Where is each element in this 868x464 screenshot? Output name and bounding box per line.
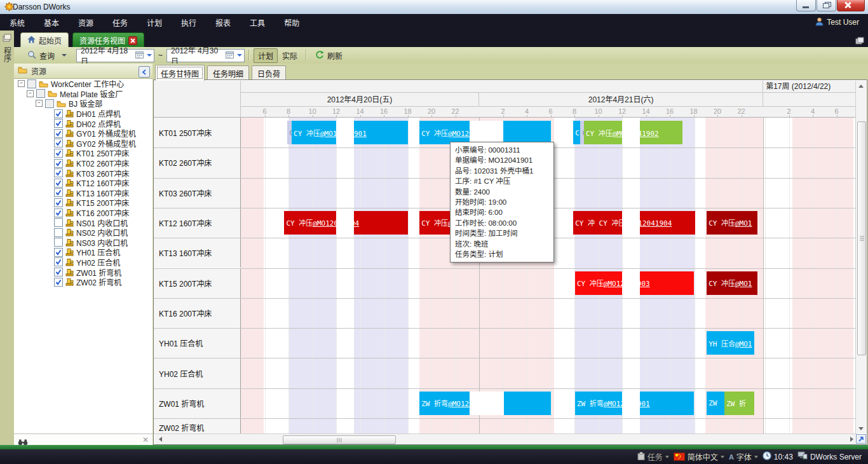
plan-toggle-button[interactable]: 计划	[254, 48, 278, 63]
date-to-caret-icon[interactable]	[237, 54, 242, 57]
tree-item[interactable]: NS03 内收口机	[14, 238, 153, 248]
tree-item[interactable]: YH02 压合机	[14, 257, 153, 268]
tree-item[interactable]: KT03 260T冲床	[14, 168, 153, 178]
tree-checkbox[interactable]	[54, 218, 63, 227]
tree-item[interactable]: KT13 160T冲床	[14, 188, 153, 198]
gantt-task-bar[interactable]: ZW 折弯@MO12041901	[419, 392, 550, 415]
scroll-right-icon[interactable]	[846, 434, 857, 444]
tree-checkbox[interactable]	[54, 119, 63, 128]
gantt-task-bar[interactable]: CY 冲 CY 冲压@MO12041904	[573, 211, 695, 235]
tree-checkbox[interactable]	[54, 238, 63, 247]
tab-home[interactable]: 起始页	[20, 32, 69, 48]
tree-checkbox[interactable]	[54, 109, 63, 118]
tree-checkbox[interactable]	[54, 208, 63, 217]
clear-find-icon[interactable]: ✕	[142, 435, 149, 444]
gantt-task-bar[interactable]: CY 冲压@MO12041902	[584, 121, 682, 144]
menu-item[interactable]: 工具	[240, 17, 275, 28]
scroll-up-icon[interactable]	[856, 81, 866, 91]
vertical-scrollbar[interactable]	[855, 81, 866, 433]
gantt-task-bar[interactable]: CY 冲压@MO12041904	[284, 211, 407, 235]
search-button[interactable]: 查询	[23, 48, 71, 63]
tree-checkbox[interactable]	[36, 89, 45, 98]
tree-item[interactable]: −WorkCenter 工作中心	[14, 79, 153, 89]
gantt-tab[interactable]: 日负荷	[252, 65, 286, 80]
statusbar-language[interactable]: 简体中文	[674, 451, 724, 462]
tree-checkbox[interactable]	[54, 257, 63, 266]
tree-item[interactable]: KT12 160T冲床	[14, 178, 153, 188]
menu-item[interactable]: 任务	[103, 17, 137, 28]
gantt-task-bar[interactable]: ZW	[707, 392, 724, 415]
tree-checkbox[interactable]	[54, 228, 63, 237]
tree-item[interactable]: KT01 250T冲床	[14, 148, 153, 158]
gantt-task-bar[interactable]: ZW 折	[724, 392, 754, 415]
gantt-task-bar[interactable]: CY 冲压@MO12041901	[419, 121, 550, 144]
date-from-field[interactable]: 2012年 4月18日	[76, 49, 154, 62]
tree-item[interactable]: KT02 260T冲床	[14, 158, 153, 168]
tree-checkbox[interactable]	[54, 149, 63, 158]
horizontal-scroll-thumb[interactable]	[283, 435, 396, 444]
scroll-down-icon[interactable]	[856, 423, 866, 433]
tree-item[interactable]: DH01 点焊机	[14, 109, 153, 119]
statusbar-tasks[interactable]: 任务	[637, 451, 669, 462]
scroll-corner-button[interactable]	[856, 434, 866, 444]
tree-checkbox[interactable]	[54, 168, 63, 177]
menu-item[interactable]: 报表	[206, 17, 240, 28]
tree-item[interactable]: YH01 压合机	[14, 247, 153, 257]
restore-button[interactable]	[817, 0, 836, 11]
gantt-task-bar[interactable]: CY 冲压@MO12041901	[292, 121, 407, 144]
tree-item[interactable]: −Metal Plate 钣金厂	[14, 89, 153, 99]
tree-item[interactable]: KT15 200T冲床	[14, 198, 153, 208]
tree-item[interactable]: NS02 内收口机	[14, 228, 153, 238]
menu-item[interactable]: 帮助	[275, 17, 309, 28]
gantt-task-bar[interactable]: CY 冲压@MO1	[707, 271, 757, 295]
close-button[interactable]	[837, 0, 865, 11]
tree-checkbox[interactable]	[54, 248, 63, 257]
menu-item[interactable]: 资源	[69, 17, 103, 28]
tab-close-icon[interactable]	[128, 36, 137, 45]
gantt-task-bar[interactable]: ZW 折弯@MO12041901	[575, 392, 694, 415]
menu-item[interactable]: 系统	[0, 17, 34, 28]
date-from-caret-icon[interactable]	[147, 54, 152, 57]
date-to-field[interactable]: 2012年 4月30日	[166, 49, 245, 62]
tree-checkbox[interactable]	[45, 99, 54, 108]
horizontal-scrollbar[interactable]	[155, 433, 857, 444]
tree-item[interactable]: ZW01 折弯机	[14, 267, 153, 277]
statusbar-font[interactable]: A 字体	[729, 451, 758, 462]
tree-item[interactable]: −BJ 钣金部	[14, 99, 153, 109]
tree-checkbox[interactable]	[54, 179, 63, 188]
tree-item[interactable]: NS01 内收口机	[14, 217, 153, 228]
gantt-task-bar[interactable]: C	[287, 121, 292, 144]
tree-expander-icon[interactable]: −	[27, 90, 34, 97]
gantt-task-bar[interactable]: CY 冲压@MO1	[707, 211, 757, 235]
tree-checkbox[interactable]	[54, 129, 63, 138]
tree-expander-icon[interactable]: −	[36, 100, 43, 107]
tree-item[interactable]: ZW02 折弯机	[14, 277, 153, 287]
window-list-icon[interactable]	[855, 36, 864, 47]
actual-toggle-button[interactable]: 实际	[278, 48, 302, 63]
tree-expander-icon[interactable]: −	[18, 80, 25, 87]
scroll-left-icon[interactable]	[155, 434, 165, 444]
minimize-button[interactable]	[796, 0, 816, 11]
tree-checkbox[interactable]	[54, 198, 63, 207]
gantt-task-bar[interactable]: YH 压合@MO1	[707, 331, 754, 355]
tree-checkbox[interactable]	[54, 188, 63, 197]
refresh-button[interactable]: 刷新	[311, 48, 347, 63]
menu-item[interactable]: 执行	[172, 17, 206, 28]
menu-item[interactable]: 计划	[137, 17, 172, 28]
gantt-task-bar[interactable]: CY 冲压@MO12041903	[575, 271, 694, 295]
gantt-tab[interactable]: 任务甘特图	[155, 65, 205, 81]
tree-checkbox[interactable]	[54, 159, 63, 168]
menu-item[interactable]: 基本	[34, 17, 69, 28]
gantt-tab[interactable]: 任务明细	[207, 65, 249, 80]
tree-checkbox[interactable]	[54, 268, 63, 276]
tree-item[interactable]: GY01 外桶成型机	[14, 128, 153, 139]
tree-item[interactable]: DH02 点焊机	[14, 118, 153, 128]
tree-checkbox[interactable]	[54, 139, 63, 147]
vertical-scroll-thumb[interactable]	[857, 121, 866, 355]
collapse-panel-button[interactable]	[139, 66, 150, 78]
tree-checkbox[interactable]	[54, 278, 63, 287]
tree-item[interactable]: KT16 200T冲床	[14, 208, 153, 218]
tree-item[interactable]: GY02 外桶成型机	[14, 139, 153, 149]
sidebar-tab-programs[interactable]: 程序	[1, 33, 13, 62]
tree-checkbox[interactable]	[27, 79, 36, 88]
